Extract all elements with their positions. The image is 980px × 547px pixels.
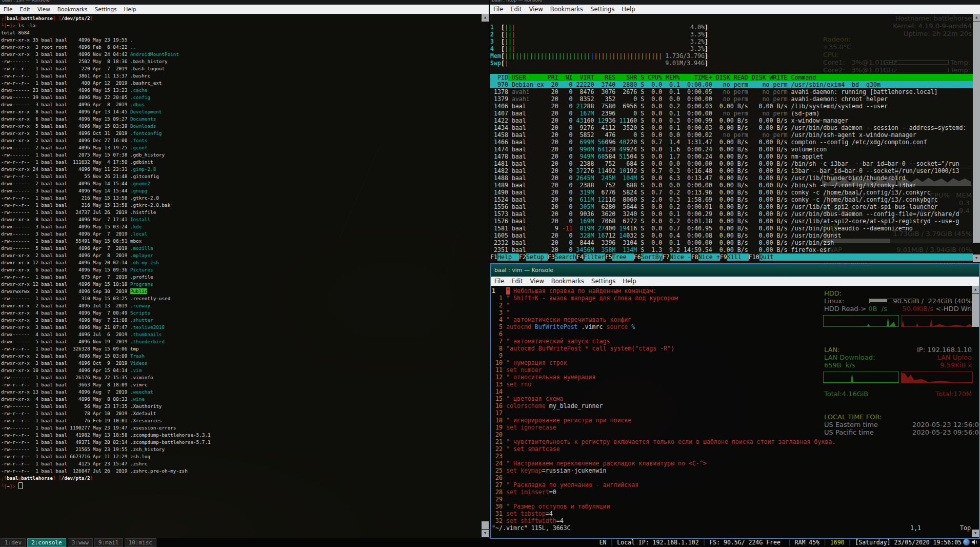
- workspace-3:www[interactable]: 3:www: [68, 538, 93, 547]
- menu-view[interactable]: View: [527, 278, 548, 285]
- fn-key[interactable]: F7: [663, 253, 670, 261]
- fn-label-help[interactable]: Help: [497, 253, 519, 261]
- scroll-up-icon[interactable]: ▲: [973, 14, 980, 22]
- menu-bookmarks[interactable]: Bookmarks: [54, 6, 91, 12]
- ls-row: drwx------ 3 baal baal 4096 Apr 8 2019 .…: [1, 102, 481, 109]
- scroll-up-icon[interactable]: ▲: [482, 14, 489, 22]
- fn-key[interactable]: F8: [691, 253, 698, 261]
- menu-view[interactable]: View: [34, 6, 54, 12]
- menu-file[interactable]: File: [0, 6, 16, 12]
- htop-row[interactable]: 1482 baal 20 0 37276 11492 10192 S 0.7 0…: [490, 167, 973, 174]
- system-tray: [963, 539, 978, 545]
- firefox-icon[interactable]: [963, 539, 970, 545]
- fn-key[interactable]: F6: [634, 253, 641, 261]
- htop-row[interactable]: 1489 baal 20 0 2388 752 688 S 0.0 0.0 0:…: [490, 182, 973, 189]
- fn-key[interactable]: F1: [490, 253, 497, 261]
- menu-view[interactable]: View: [526, 6, 547, 13]
- htop-row[interactable]: 970 Debian-ex 20 0 22220 3740 2880 S 0.0…: [490, 81, 973, 88]
- fn-key[interactable]: F3: [548, 253, 555, 261]
- htop-row[interactable]: 1605 baal 20 0 328M 16712 14032 S 0.0 0.…: [490, 232, 973, 239]
- fn-label-kill[interactable]: Kill: [727, 253, 749, 261]
- htop-row[interactable]: 1576 baal 20 0 169M 7068 6272 S 0.0 0.2 …: [490, 218, 973, 225]
- terminal-vim[interactable]: HDD: Linux:90.5GiB / 224GiB (40% HDD Rea…: [491, 286, 979, 538]
- workspace-2:console[interactable]: 2:console: [27, 538, 66, 547]
- htop-row[interactable]: 1481 baal 20 0 2388 752 684 S 0.0 0.0 0:…: [490, 160, 973, 167]
- fn-label-setup[interactable]: Setup: [526, 253, 548, 261]
- scroll-thumb[interactable]: [972, 294, 979, 327]
- htop-row[interactable]: 1407 baal 20 0 167M 2396 0 S 0.0 0.1 0:0…: [490, 110, 973, 117]
- menu-settings[interactable]: Settings: [587, 6, 618, 13]
- vim-line: 16colorscheme my_blade_runner: [492, 402, 972, 409]
- menu-help[interactable]: Help: [121, 6, 140, 12]
- terminal-zsh[interactable]: ┌[baal@battlehorse] [/dev/pts/2]└[~]> ls…: [0, 14, 489, 538]
- menu-settings[interactable]: Settings: [588, 278, 619, 285]
- htop-row[interactable]: 1474 baal 20 0 990M 64128 49924 S 0.0 1.…: [490, 146, 973, 153]
- scroll-down-icon[interactable]: ▼: [973, 255, 980, 262]
- fn-label-nice[interactable]: Nice -: [670, 253, 691, 261]
- htop-header: PID USER PRI NI VIRT RES SHR S CPU% MEM%…: [490, 74, 973, 81]
- htop-row[interactable]: 1478 baal 20 0 949M 68584 51504 S 0.0 1.…: [490, 153, 973, 160]
- htop-row[interactable]: 1524 baal 20 0 611M 12116 8060 S 2.0 0.3…: [490, 196, 973, 203]
- htop-row[interactable]: 1488 baal 20 0 2645M 245M 104M S 0.0 6.3…: [490, 174, 973, 182]
- htop-row[interactable]: 1434 baal 20 0 9276 4112 3520 S 0.0 0.1 …: [490, 124, 973, 131]
- scroll-down-icon[interactable]: ▼: [482, 530, 489, 537]
- htop-row[interactable]: 2332 baal 20 0 8444 3396 3104 S 0.0 0.1 …: [490, 239, 973, 246]
- window-titlebar[interactable]: baal : htop — Konsole: [490, 0, 980, 5]
- fn-key[interactable]: F2: [519, 253, 526, 261]
- fn-label-sortby[interactable]: SortBy: [641, 253, 663, 261]
- menu-file[interactable]: File: [491, 278, 508, 285]
- htop-row[interactable]: 1556 baal 20 0 305M 6280 5644 S 0.0 0.2 …: [490, 203, 973, 210]
- htop-row[interactable]: 1379 avahi 20 0 8352 352 0 S 0.0 0.0 0:0…: [490, 95, 973, 103]
- scroll-up-icon[interactable]: ▲: [972, 286, 979, 294]
- menu-settings[interactable]: Settings: [91, 6, 121, 12]
- htop-row[interactable]: 2351 baal 20 0 3456M 358M 134M S 1.3 9.2…: [490, 246, 973, 253]
- workspace-1:dev[interactable]: 1:dev: [1, 538, 26, 547]
- menu-bookmarks[interactable]: Bookmarks: [548, 278, 588, 285]
- scroll-thumb[interactable]: [973, 22, 980, 243]
- menu-edit[interactable]: Edit: [16, 6, 34, 12]
- fn-key[interactable]: F10: [749, 253, 759, 261]
- blank: [490, 67, 973, 74]
- menu-edit[interactable]: Edit: [508, 278, 526, 285]
- fn-key[interactable]: F5: [605, 253, 612, 261]
- ls-row: -rw-r--r-- 1 baal baal 111632 May 4 17:5…: [1, 159, 481, 166]
- fn-label-filter[interactable]: Filter: [584, 253, 605, 261]
- menu-edit[interactable]: Edit: [507, 6, 525, 13]
- htop-row[interactable]: 1490 baal 20 0 319M 6776 5824 S 0.7 0.2 …: [490, 189, 973, 196]
- workspace-9:mail[interactable]: 9:mail: [94, 538, 123, 547]
- htop-row[interactable]: 1573 baal 20 0 9036 3620 3240 S 0.0 0.1 …: [490, 210, 973, 218]
- fn-label-tree[interactable]: Tree: [612, 253, 634, 261]
- fn-key[interactable]: F9: [720, 253, 727, 261]
- fn-label-search[interactable]: Search: [555, 253, 576, 261]
- ls-row: drwx------ 5 baal baal 4096 Nov 19 2019 …: [1, 339, 481, 346]
- htop-row[interactable]: 1466 baal 20 0 699M 56096 40220 S 0.7 1.…: [490, 139, 973, 146]
- htop-row[interactable]: 1581 baal 9 -11 819M 27400 19416 S 0.0 0…: [490, 225, 973, 232]
- scroll-down-icon[interactable]: ▼: [972, 530, 979, 537]
- menu-help[interactable]: Help: [619, 278, 639, 285]
- scroll-thumb[interactable]: [482, 521, 489, 529]
- htop-row[interactable]: 1458 baal 20 0 5852 476 0 S 0.0 0.0 0:00…: [490, 131, 973, 139]
- zsh-prompt-current: └[~]>: [1, 482, 481, 490]
- scrollbar[interactable]: ▲ ▼: [973, 14, 980, 263]
- vim-line: 8"autocmd BufWritePost * call system("ct…: [492, 345, 972, 352]
- vim-line: 19set ignorecase: [492, 424, 972, 431]
- window-titlebar[interactable]: baal : zsh — Konsole: [0, 0, 489, 5]
- fn-label-quit[interactable]: Quit: [759, 253, 973, 261]
- htop-row[interactable]: 1406 baal 20 0 21288 7580 6956 S 0.0 0.2…: [490, 103, 973, 110]
- menu-help[interactable]: Help: [618, 6, 638, 13]
- menu-file[interactable]: File: [490, 6, 507, 13]
- menu-bookmarks[interactable]: Bookmarks: [547, 6, 587, 13]
- htop-row[interactable]: 1378 avahi 20 0 8476 3076 2676 S 0.0 0.1…: [490, 88, 973, 95]
- workspace-10:misc[interactable]: 10:misc: [125, 538, 156, 547]
- terminal-htop[interactable]: Hostname: battlehorseKernel: 4.19.0-9-am…: [490, 14, 980, 263]
- window-titlebar[interactable]: baal : vim — Konsole: [491, 264, 979, 277]
- fn-key[interactable]: F4: [576, 253, 584, 261]
- scrollbar[interactable]: ▲ ▼: [482, 14, 489, 538]
- ls-row: drwxrwxrwx 2 baal baal 4096 Sep 30 2019 …: [1, 288, 481, 296]
- volume-icon[interactable]: [971, 539, 978, 545]
- fn-label-nice[interactable]: Nice +: [698, 253, 720, 261]
- ls-row: -rw------- 1 baal baal 26176 May 22 15:3…: [1, 375, 481, 382]
- scrollbar[interactable]: ▲ ▼: [972, 286, 979, 538]
- ls-row: -rw-r--r-- 1 baal baal 326328 May 15 09:…: [1, 346, 481, 353]
- htop-row[interactable]: 1422 baal 20 0 43160 12936 11160 S 0.0 0…: [490, 117, 973, 124]
